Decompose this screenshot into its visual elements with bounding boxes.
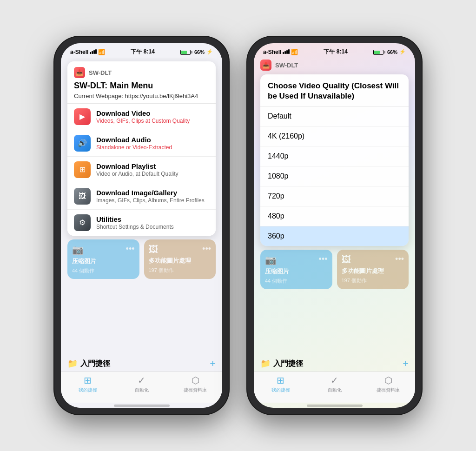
shortcut-multi-right[interactable]: 🖼 ••• 多功能圖片處理 197 個動作 bbox=[337, 250, 409, 289]
app-name-right: SW-DLT bbox=[275, 62, 298, 69]
multi-dots-right: ••• bbox=[395, 254, 404, 264]
menu-icon-playlist: ⊞ bbox=[74, 161, 91, 178]
section-heading-right: 📁 入門捷徑 + bbox=[254, 355, 415, 371]
menu-sub-utilities: Shortcut Settings & Documents bbox=[96, 224, 209, 230]
multi-dots: ••• bbox=[202, 244, 211, 254]
time-right: 下午 8:14 bbox=[324, 48, 347, 56]
menu-item-download-image[interactable]: 🖼 Download Image/Gallery Images, GIFs, C… bbox=[67, 183, 216, 210]
menu-text-utilities: Utilities Shortcut Settings & Documents bbox=[96, 215, 209, 230]
menu-title-left: SW-DLT: Main Menu bbox=[74, 81, 209, 91]
menu-text-audio: Download Audio Standalone or Video-Extra… bbox=[96, 136, 209, 151]
status-bar-left: a-Shell 📶 下午 8:14 bbox=[61, 43, 222, 58]
menu-sub-video: Videos, GIFs, Clips at Custom Quality bbox=[96, 118, 209, 124]
tab-myshortcuts-icon-left: ⊞ bbox=[84, 375, 92, 386]
status-bar-right: a-Shell 📶 下午 8:14 bbox=[254, 43, 415, 58]
compress-dots-right: ••• bbox=[319, 254, 328, 264]
tab-bar-right: ⊞ 我的捷徑 ✓ 自動化 ⬡ 捷徑資料庫 bbox=[254, 371, 415, 403]
wifi-icon-left: 📶 bbox=[98, 49, 105, 55]
compress-title: 压缩图片 bbox=[72, 257, 135, 265]
tab-automation-label-left: 自動化 bbox=[135, 387, 149, 393]
menu-title-utilities: Utilities bbox=[96, 215, 209, 223]
tab-myshortcuts-icon-right: ⊞ bbox=[277, 375, 284, 386]
tab-bar-left: ⊞ 我的捷徑 ✓ 自動化 ⬡ 捷徑資料庫 bbox=[61, 371, 222, 403]
menu-text-image: Download Image/Gallery Images, GIFs, Cli… bbox=[96, 189, 209, 204]
charging-icon-right: ⚡ bbox=[399, 49, 406, 55]
menu-item-download-video[interactable]: ▶ Download Video Videos, GIFs, Clips at … bbox=[67, 104, 216, 130]
status-right-right: 66% ⚡ bbox=[373, 49, 406, 55]
quality-option-360p[interactable]: 360p bbox=[260, 226, 409, 246]
shortcuts-grid-right: 📷 ••• 压缩图片 44 個動作 🖼 ••• 多功能圖片處理 197 個動作 bbox=[254, 250, 415, 355]
tab-myshortcuts-label-right: 我的捷徑 bbox=[271, 387, 290, 393]
quality-option-1080p[interactable]: 1080p bbox=[260, 166, 409, 186]
menu-icon-video: ▶ bbox=[74, 108, 91, 125]
status-left-right: a-Shell 📶 bbox=[263, 49, 298, 55]
shortcuts-grid-left: 📷 ••• 压缩图片 44 個動作 🖼 ••• 多功能圖片處理 197 個動作 bbox=[61, 239, 222, 355]
multi-icon-right: 🖼 bbox=[342, 254, 351, 265]
compress-icon: 📷 bbox=[72, 244, 84, 255]
shortcut-compress[interactable]: 📷 ••• 压缩图片 44 個動作 bbox=[67, 239, 139, 279]
right-screen: a-Shell 📶 下午 8:14 bbox=[254, 43, 415, 408]
quality-option-720p[interactable]: 720p bbox=[260, 186, 409, 206]
tab-gallery-label-right: 捷徑資料庫 bbox=[377, 387, 400, 393]
menu-item-download-audio[interactable]: 🔊 Download Audio Standalone or Video-Ext… bbox=[67, 130, 216, 157]
status-left: a-Shell 📶 bbox=[70, 49, 105, 55]
quality-title: Choose Video Quality (Closest Will be Us… bbox=[268, 81, 401, 101]
tab-gallery-icon-right: ⬡ bbox=[384, 375, 392, 386]
menu-sub-playlist: Video or Audio, at Default Quality bbox=[96, 171, 209, 177]
shortcut-multiprocess[interactable]: 🖼 ••• 多功能圖片處理 197 個動作 bbox=[144, 239, 216, 279]
tab-gallery-label-left: 捷徑資料庫 bbox=[184, 387, 207, 393]
menu-text-video: Download Video Videos, GIFs, Clips at Cu… bbox=[96, 109, 209, 124]
tab-automation-icon-left: ✓ bbox=[138, 375, 145, 386]
carrier-left: a-Shell bbox=[70, 49, 88, 55]
menu-icon-image: 🖼 bbox=[74, 188, 91, 205]
app-icon-left: 📥 bbox=[74, 67, 85, 78]
tab-gallery-right[interactable]: ⬡ 捷徑資料庫 bbox=[361, 375, 415, 393]
tab-automation-right[interactable]: ✓ 自動化 bbox=[308, 375, 362, 393]
quality-option-1440p[interactable]: 1440p bbox=[260, 146, 409, 166]
compress-count: 44 個動作 bbox=[72, 267, 135, 274]
battery-icon-left bbox=[180, 49, 192, 55]
compress-count-right: 44 個動作 bbox=[265, 278, 328, 285]
menu-icon-audio: 🔊 bbox=[74, 135, 91, 152]
quality-option-default[interactable]: Default bbox=[260, 106, 409, 126]
shortcuts-row-left: 📷 ••• 压缩图片 44 個動作 🖼 ••• 多功能圖片處理 197 個動作 bbox=[67, 239, 216, 279]
section-title-left: 入門捷徑 bbox=[80, 359, 110, 369]
app-name-left: SW-DLT bbox=[89, 69, 112, 76]
section-heading-left: 📁 入門捷徑 + bbox=[61, 355, 222, 371]
menu-title-video: Download Video bbox=[96, 109, 209, 117]
menu-sub-image: Images, GIFs, Clips, Albums, Entire Prof… bbox=[96, 197, 209, 204]
add-section-left[interactable]: + bbox=[210, 358, 216, 370]
home-indicator-right bbox=[307, 405, 363, 407]
add-section-right[interactable]: + bbox=[403, 358, 409, 370]
quality-option-480p[interactable]: 480p bbox=[260, 206, 409, 226]
menu-item-download-playlist[interactable]: ⊞ Download Playlist Video or Audio, at D… bbox=[67, 157, 216, 183]
tab-automation-left[interactable]: ✓ 自動化 bbox=[115, 375, 169, 393]
multi-icon: 🖼 bbox=[149, 244, 158, 255]
menu-app-title-left: 📥 SW-DLT bbox=[74, 67, 209, 78]
tab-myshortcuts-label-left: 我的捷徑 bbox=[79, 387, 97, 393]
tab-myshortcuts-right[interactable]: ⊞ 我的捷徑 bbox=[254, 375, 308, 393]
tab-gallery-left[interactable]: ⬡ 捷徑資料庫 bbox=[168, 375, 222, 393]
tab-gallery-icon-left: ⬡ bbox=[192, 375, 199, 386]
shortcut-compress-right[interactable]: 📷 ••• 压缩图片 44 個動作 bbox=[260, 250, 332, 289]
compress-title-right: 压缩图片 bbox=[265, 267, 328, 276]
multi-title-right: 多功能圖片處理 bbox=[342, 267, 404, 275]
menu-popup-left: 📥 SW-DLT SW-DLT: Main Menu Current Webpa… bbox=[67, 61, 216, 236]
status-right-left: 66% ⚡ bbox=[180, 49, 213, 55]
home-indicator-left bbox=[114, 405, 170, 407]
quality-option-4k[interactable]: 4K (2160p) bbox=[260, 126, 409, 146]
tab-automation-icon-right: ✓ bbox=[331, 375, 338, 386]
compress-dots: ••• bbox=[126, 244, 135, 254]
multi-count-right: 197 個動作 bbox=[342, 277, 404, 284]
shortcuts-row-right: 📷 ••• 压缩图片 44 個動作 🖼 ••• 多功能圖片處理 197 個動作 bbox=[260, 250, 409, 289]
tab-myshortcuts-left[interactable]: ⊞ 我的捷徑 bbox=[61, 375, 115, 393]
quality-header: Choose Video Quality (Closest Will be Us… bbox=[260, 74, 409, 106]
section-label-left: 📁 入門捷徑 bbox=[67, 358, 110, 369]
menu-item-utilities[interactable]: ⚙ Utilities Shortcut Settings & Document… bbox=[67, 210, 216, 236]
multi-title: 多功能圖片處理 bbox=[149, 257, 212, 265]
signal-icon-right bbox=[283, 49, 290, 55]
carrier-right: a-Shell bbox=[263, 49, 281, 55]
wifi-icon-right: 📶 bbox=[291, 49, 298, 55]
app-header-right: 📥 SW-DLT bbox=[254, 58, 415, 71]
folder-icon-left: 📁 bbox=[67, 358, 78, 369]
